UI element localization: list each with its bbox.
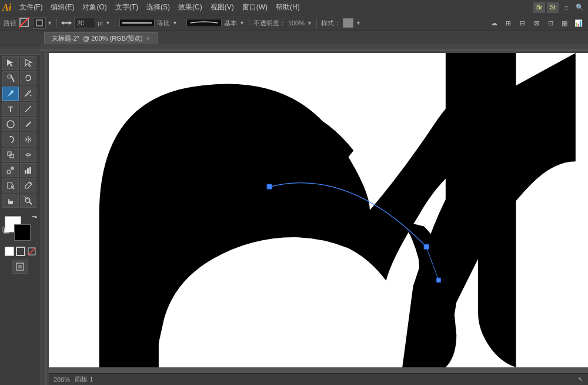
tool-row-7 [2,148,38,162]
stock-icon[interactable]: St [547,2,559,13]
artboard-tool-row [2,260,38,274]
eyedropper-tool[interactable] [20,178,36,192]
dropdown-arrow-stroke[interactable]: ▼ [47,20,52,26]
stroke-box-dropdown[interactable] [33,17,46,29]
magic-wand-tool[interactable] [2,71,19,85]
right-icons: ☁ ⊞ ⊟ ⊠ ⊡ ▦ 📊 [488,18,584,28]
fill-icon[interactable] [5,247,14,256]
svg-point-8 [11,91,13,92]
search-icon2[interactable]: 🔍 [574,2,586,13]
color-tools [2,214,38,244]
artboard-display: 画板 1 [75,375,93,384]
document-tab[interactable]: 未标题-2* @ 200% (RGB/预览) × [44,32,158,44]
blend-tool[interactable] [2,163,19,177]
svg-rect-31 [18,265,22,268]
menu-bar: Ai 文件(F) 编辑(E) 对象(O) 文字(T) 选择(S) 效果(C) 视… [0,0,588,15]
artboard-tool[interactable] [12,260,28,274]
ellipse-tool[interactable] [2,117,19,131]
sep1 [56,18,57,28]
grid-icon1[interactable]: ⊟ [516,18,528,28]
pen-tool[interactable] [2,87,19,101]
sep2 [115,18,115,28]
sep5 [316,18,317,28]
menu-object[interactable]: 对象(O) [79,1,110,14]
swap-colors-icon[interactable] [31,214,38,221]
cursor-icon: ↖ [578,376,583,383]
lasso-tool[interactable] [20,71,36,85]
pen-add-tool[interactable]: + [20,87,36,101]
menu-window[interactable]: 窗口(W) [239,1,271,14]
paintbucket-tool[interactable] [2,178,19,192]
svg-rect-34 [40,53,49,385]
tool-row-3: + [2,87,38,101]
cursor-position: ↖ [578,376,583,383]
main-area: + T [0,44,588,385]
tab-close-button[interactable]: × [146,35,150,42]
variable-width-preview[interactable] [186,19,222,27]
svg-point-11 [7,121,14,128]
warp-tool[interactable] [20,148,36,162]
svg-line-23 [29,202,32,204]
canvas-area: 200% 画板 1 ↖ [40,44,588,385]
style-swatch[interactable] [343,18,353,28]
stroke-width-input[interactable] [74,18,95,28]
background-color[interactable] [14,224,31,241]
menu-effect[interactable]: 效果(C) [175,1,206,14]
tool-row-9 [2,178,38,192]
stroke-color-group: ▼ [19,17,52,29]
menu-help[interactable]: 帮助(H) [272,1,303,14]
tool-row-6 [2,132,38,147]
brush-tool[interactable] [20,117,36,131]
column-chart-tool[interactable] [20,163,36,177]
svg-point-16 [7,170,11,174]
zoom-display: 200% [54,376,70,383]
left-toolbar: + T [0,44,40,385]
menu-text[interactable]: 文字(T) [112,1,142,14]
tab-bar: 未标题-2* @ 200% (RGB/预览) × [0,31,588,44]
reflect-tool[interactable] [20,132,36,147]
tool-row-2 [2,71,38,85]
cloud-icon[interactable]: ☁ [488,18,500,28]
stroke-icon[interactable] [16,247,25,256]
profile-label: 基本 [224,19,237,28]
sep3 [182,18,182,28]
bridge-icon[interactable]: Br [533,2,545,13]
workspace-icon[interactable]: ≡ [560,2,572,13]
stroke-color-icon[interactable] [19,17,32,29]
grid-icon2[interactable]: ⊠ [530,18,542,28]
opacity-value: 100% [288,19,305,26]
ruler-left [40,53,49,385]
stroke-unit-dropdown[interactable]: ▼ [105,20,111,26]
chart-icon[interactable]: 📊 [573,18,584,28]
menu-select[interactable]: 选择(S) [143,1,173,14]
select-tool[interactable] [2,56,19,70]
menu-view[interactable]: 视图(V) [207,1,238,14]
style-dropdown[interactable]: ▼ [356,20,361,26]
grid-icon3[interactable]: ⊡ [544,18,556,28]
stroke-preview[interactable] [119,19,155,27]
hand-tool[interactable] [2,194,19,208]
profile-dropdown[interactable]: ▼ [239,20,245,26]
canvas-content[interactable]: 200% 画板 1 ↖ [49,53,588,385]
grid-icon4[interactable]: ▦ [559,18,570,28]
scale-tool[interactable] [2,148,19,162]
direct-select-tool[interactable] [20,56,36,70]
menu-edit[interactable]: 编辑(E) [47,1,78,14]
zoom-tool[interactable] [20,194,36,208]
options-bar: 路径 ▼ pt ▼ 等比 ▼ 基本 ▼ 不透明度： 100% ▼ 样式： [0,15,588,31]
opacity-label: 不透明度： [253,19,286,28]
svg-point-22 [25,198,30,203]
app-logo: Ai [2,2,11,13]
tool-row-10 [2,194,38,208]
line-tool[interactable] [20,102,36,116]
text-tool[interactable]: T [2,102,19,116]
ratio-dropdown[interactable]: ▼ [172,20,178,26]
none-icon[interactable] [27,247,36,256]
arrange-icon[interactable]: ⊞ [502,18,514,28]
menu-file[interactable]: 文件(F) [16,1,46,14]
tab-title: 未标题-2* [52,34,79,43]
svg-line-10 [25,106,31,112]
opacity-dropdown[interactable]: ▼ [307,20,312,26]
svg-marker-4 [69,21,72,25]
rotate-tool[interactable] [2,132,19,147]
